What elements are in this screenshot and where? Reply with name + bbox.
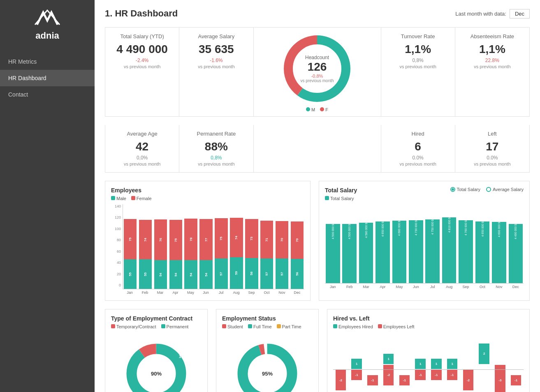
headcount-legend: M F	[306, 107, 328, 112]
kpi-left-change: 0.0%	[463, 155, 522, 161]
kpi-perm-sub: vs previous month	[187, 161, 246, 166]
headcount-center: Headcount 126 -0,8% vs previous month	[300, 55, 334, 83]
status-donut-wrap: 95% 3%	[222, 332, 313, 392]
kpi-turnover-label: Turnover Rate	[389, 33, 447, 39]
kpi-left: Left 17 0.0% vs previous month	[455, 125, 529, 172]
kpi-avg-age-value: 42	[113, 140, 172, 153]
contract-donut-wrap: 90% 10%	[111, 332, 202, 392]
kpi-perm-change: 0,8%	[187, 155, 246, 161]
headcount-value: 126	[300, 60, 334, 74]
salary-chart-header: Total Salary Total Salary Total Salary A…	[325, 187, 524, 204]
headcount-donut: Headcount 126 -0,8% vs previous month	[280, 32, 354, 106]
radio-avg-icon	[486, 187, 491, 192]
sidebar-item-hr-dashboard[interactable]: HR Dashboard	[0, 70, 95, 86]
hvl-chart: Hired vs. Left Employees Hired Employees…	[327, 309, 530, 392]
main-content: 1. HR Dashboard Last month with data: De…	[95, 0, 540, 392]
headcount-label: Headcount	[300, 55, 334, 60]
employees-chart-title: Employees	[111, 187, 304, 194]
last-month-label: Last month with data:	[455, 11, 506, 17]
page-header: 1. HR Dashboard Last month with data: De…	[105, 8, 530, 19]
kpi-left-value: 17	[463, 140, 522, 153]
employees-bar-chart-area: 140120100806040200 75 55 74 55 76	[111, 204, 304, 295]
salary-chart: Total Salary Total Salary Total Salary A…	[319, 181, 530, 301]
kpi-avg-salary-sub: vs previous month	[187, 64, 246, 69]
kpi-hired-value: 6	[389, 140, 447, 153]
kpi-total-salary-label: Total Salary (YTD)	[113, 33, 172, 39]
kpi-avg-age-change: 0,0%	[113, 155, 172, 161]
headcount-change: -0,8%	[300, 74, 334, 78]
kpi-absenteeism-sub: vs previous month	[463, 64, 522, 69]
headcount-sub: vs previous month	[300, 78, 334, 83]
radio-avg-salary[interactable]: Average Salary	[486, 187, 524, 192]
kpi-absenteeism: Absenteeism Rate 1,1% 22.8% vs previous …	[455, 28, 529, 116]
kpi-total-salary-sub: vs previous month	[113, 64, 172, 69]
status-chart: Employment Status Student Full Time Part…	[216, 309, 319, 392]
kpi-turnover-value: 1,1%	[389, 43, 447, 56]
kpi-avg-age: Average Age 42 0,0% vs previous month	[105, 125, 179, 172]
kpi-avg-salary-change: -1.6%	[187, 58, 246, 63]
kpi-avg-age-sub: vs previous month	[113, 161, 172, 166]
kpi-permanent-rate: Permanent Rate 88% 0,8% vs previous mont…	[179, 125, 253, 172]
kpi-absenteeism-value: 1,1%	[463, 43, 522, 56]
contract-chart: Type of Employment Contract Temporary/Co…	[105, 309, 208, 392]
kpi-turnover: Turnover Rate 1,1% 0,8% vs previous mont…	[381, 28, 455, 116]
radio-total-salary[interactable]: Total Salary	[450, 187, 480, 192]
kpi-headcount: Headcount 126 -0,8% vs previous month M …	[254, 28, 381, 116]
contract-perm-pct: 90%	[151, 371, 162, 377]
hvl-chart-area: -2 Jan 1 -1 Feb -1 Mar 1 -2 Apr -1 May 1…	[333, 332, 524, 392]
status-ft-pct: 95%	[262, 371, 273, 377]
salary-bar-chart-area: 4 500 000 $ 4 500 000 $ 4 580 000 $ 4 65…	[325, 207, 524, 289]
kpi-hired: Hired 6 0.0% vs previous month	[381, 125, 455, 172]
kpi-hired-label: Hired	[389, 131, 447, 137]
salary-radio-group: Total Salary Average Salary	[450, 187, 524, 192]
kpi-avg-age-label: Average Age	[113, 131, 172, 137]
radio-total-icon	[450, 187, 455, 192]
status-chart-title: Employment Status	[222, 315, 313, 322]
contract-temp-label: 10%	[179, 354, 188, 359]
kpi-avg-salary-value: 35 635	[187, 43, 246, 56]
kpi-absenteeism-change: 22.8%	[463, 58, 522, 63]
kpi-left-label: Left	[463, 131, 522, 137]
page-title: 1. HR Dashboard	[105, 8, 178, 19]
kpi-total-salary-value: 4 490 000	[113, 43, 172, 56]
logo-icon	[33, 8, 62, 29]
logo-text: adnia	[35, 30, 59, 41]
sidebar-item-hr-metrics[interactable]: HR Metrics	[0, 53, 95, 70]
last-month-info: Last month with data: Dec	[455, 9, 530, 18]
salary-chart-title: Total Salary	[325, 187, 357, 194]
kpi-perm-value: 88%	[187, 140, 246, 153]
hvl-legend: Employees Hired Employees Left	[333, 324, 524, 329]
kpi-absenteeism-label: Absenteeism Rate	[463, 33, 522, 39]
status-top-label: 3%	[290, 350, 297, 355]
employees-chart: Employees Male Female 140120100806040200…	[105, 181, 311, 301]
kpi-row-1: Total Salary (YTD) 4 490 000 -2.4% vs pr…	[105, 27, 530, 117]
logo: adnia	[33, 8, 62, 41]
contract-legend: Temporary/Contract Permanent	[111, 324, 202, 329]
kpi-hired-change: 0.0%	[389, 155, 447, 161]
kpi-row-2: Average Age 42 0,0% vs previous month Pe…	[105, 125, 530, 173]
kpi-turnover-change: 0,8%	[389, 58, 447, 63]
kpi-total-salary-change: -2.4%	[113, 58, 172, 63]
kpi-hired-sub: vs previous month	[389, 161, 447, 166]
last-month-value: Dec	[510, 9, 530, 18]
status-legend: Student Full Time Part Time	[222, 324, 313, 329]
kpi-turnover-sub: vs previous month	[389, 64, 447, 69]
kpi-avg-salary: Average Salary 35 635 -1.6% vs previous …	[179, 28, 253, 116]
hvl-chart-title: Hired vs. Left	[333, 315, 524, 322]
contract-chart-title: Type of Employment Contract	[111, 315, 202, 322]
sidebar-nav: HR Metrics HR Dashboard Contact	[0, 53, 95, 103]
sidebar: adnia HR Metrics HR Dashboard Contact	[0, 0, 95, 392]
salary-chart-legend: Total Salary	[325, 196, 357, 201]
employees-chart-legend: Male Female	[111, 196, 304, 201]
kpi-perm-label: Permanent Rate	[187, 131, 246, 137]
kpi-left-sub: vs previous month	[463, 161, 522, 166]
charts-row: Employees Male Female 140120100806040200…	[105, 181, 530, 301]
kpi-avg-salary-label: Average Salary	[187, 33, 246, 39]
bottom-charts: Type of Employment Contract Temporary/Co…	[105, 309, 530, 392]
kpi-total-salary: Total Salary (YTD) 4 490 000 -2.4% vs pr…	[105, 28, 179, 116]
sidebar-item-contact[interactable]: Contact	[0, 86, 95, 103]
